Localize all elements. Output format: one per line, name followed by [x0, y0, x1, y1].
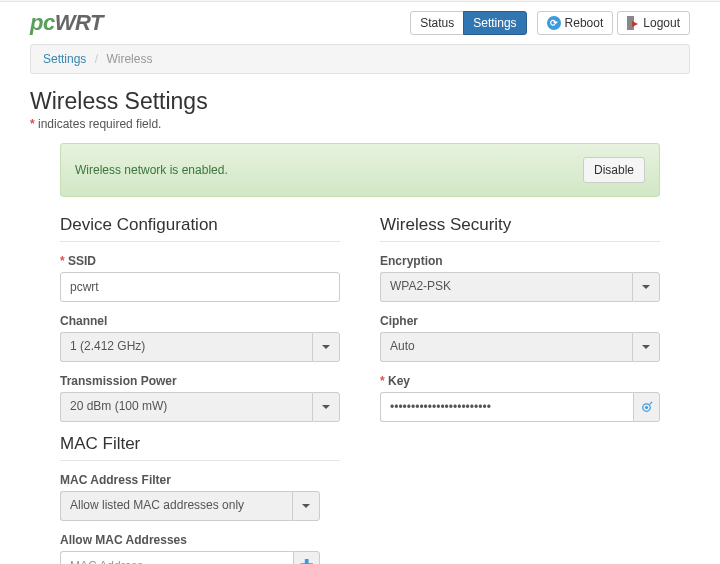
ssid-input[interactable]: [60, 272, 340, 302]
chevron-down-icon: [642, 345, 650, 349]
logout-label: Logout: [643, 16, 680, 30]
breadcrumb-sep: /: [95, 52, 98, 66]
mac-filter-value: Allow listed MAC addresses only: [60, 491, 292, 521]
status-alert: Wireless network is enabled. Disable: [60, 143, 660, 197]
header: pcWRT Status Settings ⟳ Reboot Logout: [30, 10, 690, 36]
disable-button[interactable]: Disable: [583, 157, 645, 183]
encryption-select[interactable]: WPA2-PSK: [380, 272, 660, 302]
cipher-select[interactable]: Auto: [380, 332, 660, 362]
logo-wrt: WRT: [55, 10, 103, 35]
svg-point-1: [645, 405, 648, 408]
show-password-button[interactable]: [633, 392, 660, 422]
cipher-caret[interactable]: [632, 332, 660, 362]
required-note-text: indicates required field.: [38, 117, 161, 131]
chevron-down-icon: [302, 504, 310, 508]
required-note: * indicates required field.: [30, 117, 690, 131]
logout-button[interactable]: Logout: [617, 11, 690, 35]
key-label: * Key: [380, 374, 660, 388]
channel-select[interactable]: 1 (2.412 GHz): [60, 332, 340, 362]
mac-filter-heading: MAC Filter: [60, 434, 340, 461]
mac-filter-select[interactable]: Allow listed MAC addresses only: [60, 491, 320, 521]
nav-settings-button[interactable]: Settings: [463, 11, 526, 35]
cipher-value: Auto: [380, 332, 632, 362]
ssid-label: * SSID: [60, 254, 340, 268]
add-mac-button[interactable]: ✚: [293, 551, 320, 564]
channel-value: 1 (2.412 GHz): [60, 332, 312, 362]
eye-icon: [639, 400, 654, 415]
tx-power-value: 20 dBm (100 mW): [60, 392, 312, 422]
logout-icon: [627, 16, 639, 30]
svg-line-2: [650, 401, 653, 404]
reboot-button[interactable]: ⟳ Reboot: [537, 11, 614, 35]
encryption-label: Encryption: [380, 254, 660, 268]
encryption-value: WPA2-PSK: [380, 272, 632, 302]
cipher-label: Cipher: [380, 314, 660, 328]
chevron-down-icon: [322, 345, 330, 349]
breadcrumb-wireless: Wireless: [106, 52, 152, 66]
nav-status-button[interactable]: Status: [410, 11, 464, 35]
mac-filter-caret[interactable]: [292, 491, 320, 521]
breadcrumb: Settings / Wireless: [30, 44, 690, 74]
reboot-icon: ⟳: [547, 16, 561, 30]
page-title: Wireless Settings: [30, 88, 690, 115]
mac-filter-label: MAC Address Filter: [60, 473, 340, 487]
key-input[interactable]: [380, 392, 633, 422]
channel-label: Channel: [60, 314, 340, 328]
alert-message: Wireless network is enabled.: [75, 163, 228, 177]
reboot-label: Reboot: [565, 16, 604, 30]
tx-power-label: Transmission Power: [60, 374, 340, 388]
logo: pcWRT: [30, 10, 103, 36]
chevron-down-icon: [322, 405, 330, 409]
breadcrumb-settings[interactable]: Settings: [43, 52, 86, 66]
device-config-heading: Device Configuration: [60, 215, 340, 242]
logo-pc: pc: [30, 10, 55, 35]
plus-icon: ✚: [300, 558, 313, 564]
chevron-down-icon: [642, 285, 650, 289]
mac-address-input[interactable]: [60, 551, 293, 564]
wireless-security-heading: Wireless Security: [380, 215, 660, 242]
channel-caret[interactable]: [312, 332, 340, 362]
encryption-caret[interactable]: [632, 272, 660, 302]
tx-power-select[interactable]: 20 dBm (100 mW): [60, 392, 340, 422]
allow-mac-label: Allow MAC Addresses: [60, 533, 340, 547]
tx-power-caret[interactable]: [312, 392, 340, 422]
